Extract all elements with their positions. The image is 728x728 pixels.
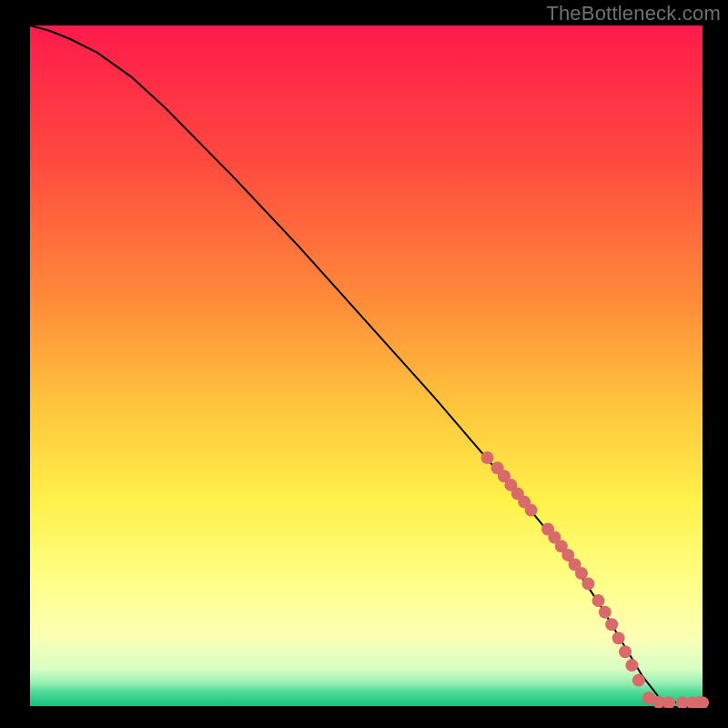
highlight-point [599,606,612,619]
highlight-point [619,645,632,658]
highlight-point [612,632,625,644]
chart-svg [0,0,728,728]
highlight-point [625,659,638,672]
chart-container: TheBottleneck.com [0,0,728,728]
highlight-point [481,451,494,464]
highlight-point [605,618,618,631]
watermark-text: TheBottleneck.com [546,2,721,25]
highlight-point [525,504,538,517]
highlight-point [581,577,594,590]
highlight-point [592,594,605,607]
highlight-point [662,696,675,709]
highlight-point [696,696,709,709]
highlight-point [632,674,645,687]
